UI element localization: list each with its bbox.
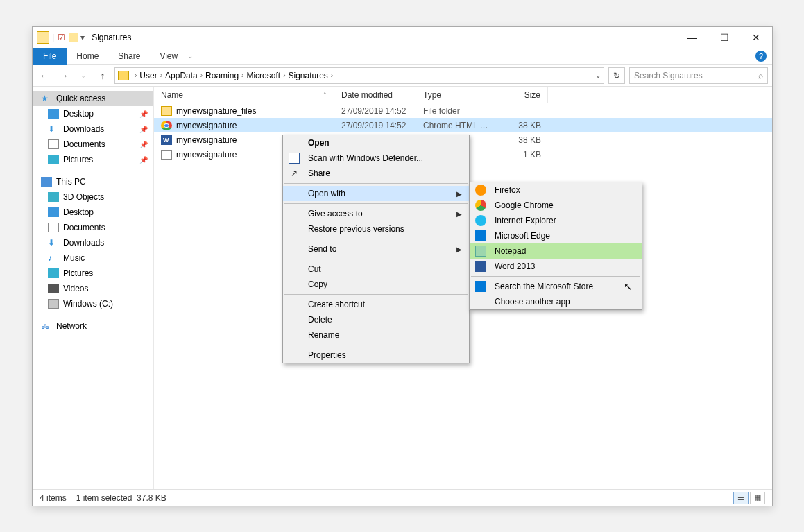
nav-item-desktop[interactable]: Desktop	[33, 205, 153, 220]
address-bar[interactable]: › User › AppData › Roaming › Microsoft ›…	[114, 67, 604, 84]
menu-separator	[284, 239, 468, 239]
folder-icon	[161, 106, 172, 116]
menu-item-rename[interactable]: Rename	[283, 327, 469, 343]
help-icon[interactable]: ?	[755, 51, 767, 62]
ribbon-collapse-icon[interactable]: ⌄	[187, 52, 193, 60]
back-button[interactable]: ←	[37, 68, 52, 83]
view-icons-button[interactable]: ▦	[750, 492, 765, 504]
status-selected: 1 item selected 37.8 KB	[76, 493, 166, 503]
nav-item-downloads[interactable]: ⬇Downloads	[33, 235, 153, 250]
file-tab[interactable]: File	[33, 48, 67, 65]
maximize-button[interactable]: ☐	[708, 27, 740, 48]
menu-label: Word 2013	[495, 261, 535, 271]
3d-icon	[48, 192, 59, 202]
openwith-item-notepad[interactable]: Notepad	[470, 243, 642, 259]
menu-item-delete[interactable]: Delete	[283, 312, 469, 327]
col-type[interactable]: Type	[416, 87, 499, 103]
music-icon: ♪	[48, 253, 59, 263]
nav-this-pc[interactable]: This PC	[33, 174, 153, 189]
nav-item-desktop[interactable]: Desktop📌	[33, 106, 153, 121]
store-icon	[475, 281, 486, 292]
qat-dropdown[interactable]: ▾	[80, 33, 85, 42]
tab-view[interactable]: View	[150, 48, 187, 65]
nav-item-pictures[interactable]: Pictures	[33, 266, 153, 281]
openwith-item-internet-explorer[interactable]: Internet Explorer	[470, 213, 642, 228]
shield-icon	[289, 153, 300, 164]
menu-label: Rename	[308, 330, 339, 340]
openwith-item-firefox[interactable]: Firefox	[470, 182, 642, 198]
menu-item-cut[interactable]: Cut	[283, 261, 469, 277]
menu-label: Restore previous versions	[308, 224, 404, 234]
nav-item-videos[interactable]: Videos	[33, 281, 153, 296]
menu-label: Microsoft Edge	[495, 231, 550, 241]
col-size[interactable]: Size	[499, 87, 548, 103]
close-button[interactable]: ✕	[740, 27, 772, 48]
nav-item-windows-c-[interactable]: Windows (C:)	[33, 296, 153, 311]
qat-folder-icon[interactable]	[69, 33, 78, 42]
nav-item-documents[interactable]: Documents	[33, 220, 153, 235]
file-row[interactable]: mynewsignature_files27/09/2019 14:52File…	[154, 103, 772, 118]
menu-item-copy[interactable]: Copy	[283, 277, 469, 292]
docs-icon	[48, 139, 59, 149]
col-name[interactable]: Name˄	[154, 87, 334, 103]
nav-item-downloads[interactable]: ⬇Downloads📌	[33, 121, 153, 137]
menu-item-scan-with-windows-defender-[interactable]: Scan with Windows Defender...	[283, 151, 469, 166]
tab-home[interactable]: Home	[67, 48, 108, 65]
menu-label: Firefox	[495, 185, 520, 195]
menu-item-give-access-to[interactable]: Give access to▶	[283, 206, 469, 221]
breadcrumb-seg[interactable]: Roaming	[205, 71, 239, 80]
menu-separator	[284, 345, 468, 345]
pc-icon	[41, 177, 52, 187]
openwith-item-search-the-microsoft-store[interactable]: Search the Microsoft Store	[470, 279, 642, 294]
address-folder-icon	[118, 71, 129, 80]
menu-separator	[284, 183, 468, 184]
nav-quick-access[interactable]: ★ Quick access	[33, 91, 153, 106]
breadcrumb-seg[interactable]: AppData	[165, 71, 198, 80]
pin-icon: 📌	[139, 126, 148, 133]
menu-item-open-with[interactable]: Open with▶	[283, 186, 469, 201]
network-icon: 🖧	[41, 321, 52, 331]
notepad-icon	[475, 246, 486, 257]
menu-item-open[interactable]: Open	[283, 135, 469, 151]
menu-label: Give access to	[308, 209, 363, 218]
menu-item-restore-previous-versions[interactable]: Restore previous versions	[283, 221, 469, 237]
search-input[interactable]: Search Signatures ⌕	[629, 67, 768, 84]
submenu-arrow-icon: ▶	[456, 190, 462, 198]
nav-item-3d-objects[interactable]: 3D Objects	[33, 189, 153, 205]
nav-label: Downloads	[63, 124, 104, 134]
openwith-item-microsoft-edge[interactable]: Microsoft Edge	[470, 228, 642, 243]
refresh-button[interactable]: ↻	[608, 67, 625, 84]
breadcrumb-seg[interactable]: Microsoft	[246, 71, 280, 80]
view-details-button[interactable]: ☰	[733, 492, 749, 504]
nav-label: Windows (C:)	[63, 299, 113, 309]
minimize-button[interactable]: —	[676, 27, 708, 48]
col-date[interactable]: Date modified	[334, 87, 416, 103]
file-date: 27/09/2019 14:52	[334, 106, 416, 116]
address-dropdown-icon[interactable]: ⌄	[595, 71, 601, 79]
status-bar: 4 items 1 item selected 37.8 KB ☰ ▦	[33, 489, 772, 506]
tab-share[interactable]: Share	[108, 48, 150, 65]
nav-label: Videos	[63, 284, 88, 293]
menu-label: Create shortcut	[308, 300, 365, 309]
menu-item-send-to[interactable]: Send to▶	[283, 241, 469, 257]
forward-button[interactable]: →	[56, 68, 71, 83]
openwith-item-google-chrome[interactable]: Google Chrome	[470, 198, 642, 213]
up-button[interactable]: ↑	[95, 68, 110, 83]
pin-icon: 📌	[139, 110, 148, 118]
w13-icon	[475, 261, 486, 272]
breadcrumb-seg[interactable]: User	[139, 71, 157, 80]
menu-item-properties[interactable]: Properties	[283, 347, 469, 363]
history-dropdown[interactable]: ⌄	[76, 68, 91, 83]
breadcrumb-seg[interactable]: Signatures	[288, 71, 327, 80]
nav-item-pictures[interactable]: Pictures📌	[33, 152, 153, 167]
ribbon: File Home Share View ⌄ ?	[33, 48, 772, 65]
file-row[interactable]: mynewsignature27/09/2019 14:52Chrome HTM…	[154, 118, 772, 132]
nav-item-music[interactable]: ♪Music	[33, 250, 153, 266]
nav-network[interactable]: 🖧 Network	[33, 318, 153, 334]
nav-item-documents[interactable]: Documents📌	[33, 137, 153, 152]
openwith-item-choose-another-app[interactable]: Choose another app	[470, 294, 642, 309]
menu-item-share[interactable]: ↗Share	[283, 166, 469, 181]
menu-item-create-shortcut[interactable]: Create shortcut	[283, 297, 469, 312]
openwith-item-word-2013[interactable]: Word 2013	[470, 259, 642, 274]
qat-check-icon[interactable]: ☑	[58, 33, 65, 42]
